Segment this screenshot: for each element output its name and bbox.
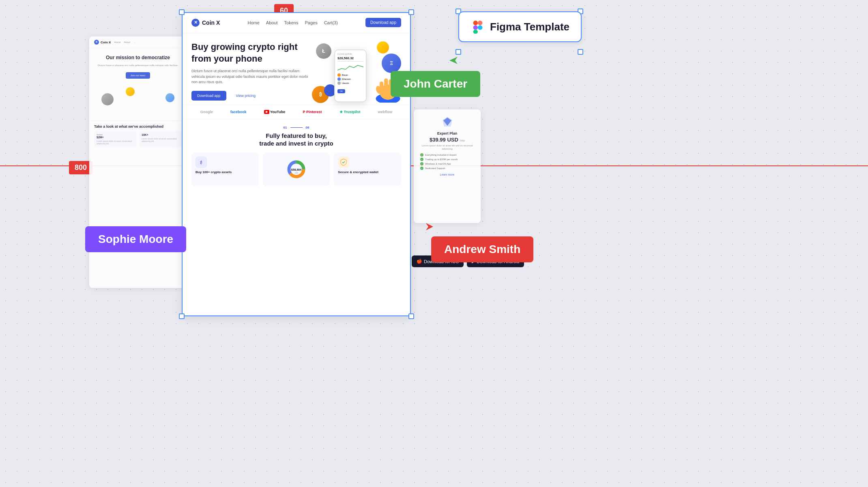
svg-marker-5 bbox=[449, 57, 458, 64]
hero-right: Ł Ξ ₿ Current portfolio $28,580.32 Bi bbox=[312, 41, 401, 101]
partner-webflow: webflow bbox=[378, 110, 393, 114]
main-features: 01 08 Fully featured to buy,trade and in… bbox=[182, 119, 411, 193]
main-hero: Buy growing crypto right from your phone… bbox=[182, 33, 411, 105]
feature-card-3-title: Secure & encrypted wallet bbox=[338, 170, 397, 174]
check-icon-1: ✓ bbox=[420, 153, 423, 157]
rp-learn-more[interactable]: Learn more bbox=[420, 173, 474, 176]
shield-icon bbox=[340, 159, 347, 166]
feature-card-1-icon: ₿ bbox=[196, 157, 207, 168]
check-icon-2: ✓ bbox=[420, 158, 423, 161]
frame-handle-tl[interactable] bbox=[179, 9, 185, 15]
lp-acc-desc-1: Lorem ipsum dolor sit amet consectetur a… bbox=[97, 140, 134, 145]
diamond-icon bbox=[442, 116, 453, 127]
nav-pages[interactable]: Pages bbox=[305, 20, 317, 25]
lp-nav-home: Home bbox=[114, 41, 120, 43]
main-download-btn[interactable]: Download app bbox=[365, 18, 401, 27]
partner-youtube: ▶ YouTube bbox=[264, 110, 285, 114]
rp-feature-text-2: Trading up to $20M per month bbox=[425, 158, 458, 161]
rp-feature-2: ✓ Trading up to $20M per month bbox=[420, 158, 474, 161]
phone-balance: $28,580.32 bbox=[337, 56, 363, 60]
partner-google: Google bbox=[200, 110, 213, 114]
left-panel-logo: ✕ Coin X bbox=[94, 40, 111, 45]
feature-card-1: ₿ Buy 100+ crypto assets bbox=[191, 152, 259, 186]
nav-about[interactable]: About bbox=[266, 20, 278, 25]
feature-card-2: $58,904 USD bbox=[263, 152, 330, 186]
svg-point-4 bbox=[478, 25, 482, 30]
lp-accomplishments: Take a look at what we've accomplished A… bbox=[89, 121, 187, 150]
check-icon-4: ✓ bbox=[420, 167, 423, 170]
svg-rect-3 bbox=[478, 21, 482, 25]
step-line bbox=[290, 127, 303, 128]
phone-coin-bitcoin: Bitcoin bbox=[337, 73, 363, 77]
partner-facebook: facebook bbox=[230, 110, 247, 114]
features-title: Fully featured to buy,trade and invest i… bbox=[191, 132, 401, 148]
hero-desc: Dictum fusce ut placerat orci nulla pell… bbox=[191, 69, 312, 85]
lp-coin-gold bbox=[126, 87, 135, 96]
svg-text:USD: USD bbox=[294, 172, 298, 174]
partner-trustpilot: ★ Trustpilot bbox=[339, 110, 361, 114]
svg-rect-1 bbox=[473, 25, 478, 30]
main-nav: ✕ Coin X Home About Tokens Pages Cart(3)… bbox=[182, 12, 411, 33]
frame-handle-bl[interactable] bbox=[179, 313, 185, 319]
phone-coin-litecoin: Litecoin bbox=[337, 82, 363, 85]
lp-acc-value-2: 10K+ bbox=[142, 133, 179, 136]
hero-download-btn[interactable]: Download app bbox=[191, 91, 226, 101]
lp-hero-title: Our mission to democratize bbox=[94, 55, 182, 61]
figma-frame-handle-bl[interactable] bbox=[455, 49, 461, 55]
badge-andrew: Andrew Smith bbox=[431, 236, 533, 262]
badge-john: John Carter bbox=[391, 71, 480, 97]
figma-icon bbox=[471, 19, 485, 34]
lp-acc-card-1: Assets $2M+ Lorem ipsum dolor sit amet c… bbox=[94, 131, 137, 147]
lp-nav-more: ... bbox=[133, 41, 135, 43]
lp-coin-ltc bbox=[101, 93, 114, 105]
rp-plan-name: Expert Plan bbox=[420, 131, 474, 135]
coin-gold bbox=[377, 41, 389, 54]
phone-coin-ethereum: Ethereum bbox=[337, 77, 363, 81]
rp-feature-text-4: Dedicated Support bbox=[425, 167, 445, 169]
figma-frame-handle-br[interactable] bbox=[578, 49, 583, 55]
nav-cart[interactable]: Cart(3) bbox=[324, 20, 338, 25]
lp-join-btn[interactable]: Join our team bbox=[126, 72, 150, 79]
hero-buttons: Download app View pricing bbox=[191, 91, 312, 101]
nav-tokens[interactable]: Tokens bbox=[284, 20, 299, 25]
svg-rect-2 bbox=[473, 30, 478, 34]
features-header: 01 08 Fully featured to buy,trade and in… bbox=[191, 126, 401, 148]
lp-acc-desc-2: Lorem ipsum dolor sit amet consectetur a… bbox=[142, 137, 179, 142]
svg-rect-0 bbox=[473, 21, 478, 25]
feature-card-2-chart: $58,904 USD bbox=[267, 158, 326, 180]
lp-acc-value-1: $2M+ bbox=[97, 136, 134, 139]
hero-left: Buy growing crypto right from your phone… bbox=[191, 41, 312, 101]
step-start: 01 bbox=[284, 126, 287, 129]
rp-desc: Lorem ipsum dolor sit amet elit sed do e… bbox=[420, 144, 474, 151]
step-end: 08 bbox=[306, 126, 309, 129]
left-panel-logo-icon: ✕ bbox=[94, 40, 99, 45]
nav-home[interactable]: Home bbox=[248, 20, 260, 25]
main-logo: ✕ Coin X bbox=[191, 19, 220, 27]
rp-diamond bbox=[420, 116, 474, 129]
frame-handle-br[interactable] bbox=[408, 313, 414, 319]
rp-feature-text-3: Windows & macOS App bbox=[425, 163, 451, 165]
lp-acc-title: Take a look at what we've accomplished bbox=[94, 124, 182, 129]
hero-pricing-btn[interactable]: View pricing bbox=[230, 91, 261, 101]
phone-label: Current portfolio bbox=[337, 53, 363, 55]
feature-card-1-title: Buy 100+ crypto assets bbox=[196, 170, 255, 174]
rp-feature-text-1: Everything included in Expert bbox=[425, 154, 457, 156]
main-nav-links: Home About Tokens Pages Cart(3) bbox=[248, 20, 338, 25]
left-panel-hero: Our mission to democratize Dictum fusce … bbox=[89, 48, 187, 82]
lp-nav-about: About bbox=[124, 41, 130, 43]
main-logo-icon: ✕ bbox=[191, 19, 200, 27]
feature-card-3-icon bbox=[338, 157, 349, 168]
donut-chart: $58,904 USD bbox=[285, 158, 307, 180]
rp-price: $39.99 USD /mo bbox=[420, 137, 474, 143]
rp-feature-3: ✓ Windows & macOS App bbox=[420, 162, 474, 165]
lp-coins-area bbox=[89, 85, 187, 118]
phone-chart bbox=[337, 63, 363, 71]
crypto-icon: ₿ bbox=[198, 159, 205, 166]
feature-card-3: Secure & encrypted wallet bbox=[334, 152, 401, 186]
frame-handle-tr[interactable] bbox=[408, 9, 414, 15]
main-frame: ✕ Coin X Home About Tokens Pages Cart(3)… bbox=[182, 12, 411, 316]
right-pricing-panel: Expert Plan $39.99 USD /mo Lorem ipsum d… bbox=[414, 109, 481, 223]
svg-text:$58,904: $58,904 bbox=[291, 168, 301, 172]
left-panel-logo-text: Coin X bbox=[101, 41, 111, 44]
lp-acc-card-2: 10K+ Lorem ipsum dolor sit amet consecte… bbox=[139, 131, 182, 147]
